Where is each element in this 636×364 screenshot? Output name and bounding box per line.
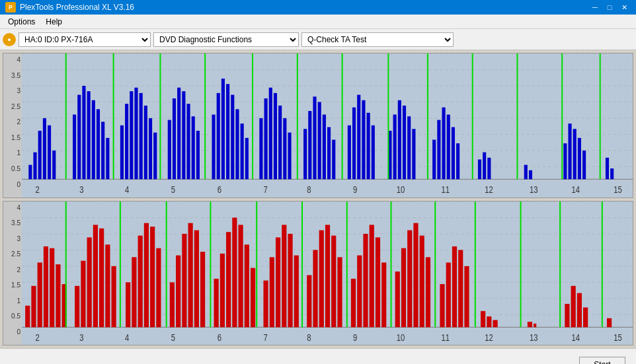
svg-text:13: 13 [530,184,538,195]
svg-rect-148 [182,233,186,326]
svg-rect-77 [456,143,459,179]
svg-rect-195 [577,293,582,327]
svg-rect-21 [101,122,104,179]
svg-rect-183 [440,284,444,327]
svg-text:11: 11 [441,332,450,343]
svg-rect-157 [245,244,249,327]
chart-panel-red: 4 3.5 3 2.5 2 1.5 1 0.5 0 [3,201,633,346]
svg-rect-40 [221,79,225,179]
svg-rect-141 [132,257,136,327]
chart1-area: 2 3 4 5 6 7 8 9 10 11 12 13 14 15 [22,54,633,198]
svg-rect-30 [153,133,157,180]
svg-rect-161 [276,237,280,327]
svg-rect-36 [192,116,195,179]
svg-rect-160 [270,257,274,327]
svg-rect-131 [56,264,60,327]
svg-rect-137 [99,228,104,327]
svg-rect-162 [282,225,286,327]
svg-rect-191 [528,322,532,327]
svg-rect-18 [87,91,91,179]
svg-rect-33 [177,88,180,180]
svg-rect-72 [432,140,436,180]
svg-rect-188 [481,310,485,326]
svg-rect-156 [239,225,243,327]
svg-rect-74 [442,108,446,180]
chart-panel-blue: 4 3.5 3 2.5 2 1.5 1 0.5 0 [3,53,633,198]
svg-rect-189 [487,316,491,327]
maximize-button[interactable]: □ [603,2,616,13]
svg-text:15: 15 [614,332,622,343]
chart2-svg: 2 3 4 5 6 7 8 9 10 11 12 13 14 15 [22,201,633,346]
svg-text:3: 3 [79,332,83,343]
menu-help[interactable]: Help [40,16,67,28]
test-select[interactable]: Q-Check TA Test [301,32,454,47]
svg-rect-158 [251,268,255,327]
svg-rect-166 [313,250,317,327]
svg-rect-136 [93,225,98,327]
svg-text:4: 4 [125,184,129,195]
svg-text:10: 10 [397,332,405,343]
svg-rect-182 [426,257,430,327]
svg-text:13: 13 [530,332,538,343]
drive-icon: ● [3,33,16,46]
svg-rect-127 [31,285,36,327]
svg-rect-51 [283,118,286,179]
svg-rect-67 [393,114,397,179]
svg-rect-14 [52,151,56,180]
svg-rect-32 [173,98,176,179]
close-button[interactable]: ✕ [617,2,631,13]
svg-rect-76 [452,127,455,179]
svg-rect-142 [138,235,143,327]
svg-text:10: 10 [397,184,405,195]
svg-rect-62 [357,95,360,180]
svg-rect-75 [447,114,450,179]
svg-text:2: 2 [36,332,40,343]
svg-rect-138 [105,244,110,327]
svg-rect-43 [235,109,239,179]
svg-text:8: 8 [307,332,311,343]
svg-rect-84 [568,124,571,179]
svg-rect-45 [245,138,249,180]
svg-rect-49 [274,93,277,180]
svg-rect-194 [571,285,576,327]
svg-text:12: 12 [485,332,493,343]
start-button[interactable]: Start [579,357,625,365]
svg-rect-196 [583,307,588,327]
start-button-section: Start i [296,357,631,365]
svg-text:8: 8 [307,184,311,195]
svg-text:7: 7 [263,184,267,195]
svg-rect-27 [139,93,143,180]
svg-rect-60 [348,126,351,180]
svg-rect-146 [170,282,175,327]
svg-rect-177 [395,272,400,327]
function-select[interactable]: DVD Diagnostic Functions [153,32,299,47]
menu-bar: Options Help [0,15,636,29]
svg-text:5: 5 [171,332,175,343]
svg-rect-23 [120,126,124,180]
menu-options[interactable]: Options [3,16,40,28]
svg-rect-58 [327,127,331,179]
svg-rect-46 [259,118,262,179]
svg-rect-144 [150,227,155,327]
svg-rect-167 [319,230,324,327]
drive-select[interactable]: HA:0 ID:0 PX-716A [19,32,151,47]
svg-rect-170 [337,257,342,327]
svg-text:2: 2 [36,184,40,195]
svg-rect-53 [303,129,307,179]
svg-rect-152 [214,278,219,326]
svg-rect-59 [332,140,335,180]
svg-rect-159 [263,280,268,327]
svg-rect-69 [403,106,406,179]
svg-text:9: 9 [353,332,357,343]
app-icon: P [5,2,16,13]
svg-rect-81 [524,165,528,180]
svg-text:6: 6 [218,332,221,343]
minimize-button[interactable]: ─ [588,2,602,13]
title-bar: P PlexTools Professional XL V3.16 ─ □ ✕ [0,0,636,15]
svg-rect-133 [75,285,79,327]
svg-rect-180 [413,223,418,327]
svg-rect-163 [288,233,292,326]
svg-rect-89 [610,168,614,179]
svg-text:14: 14 [572,184,580,195]
svg-text:15: 15 [614,184,622,195]
